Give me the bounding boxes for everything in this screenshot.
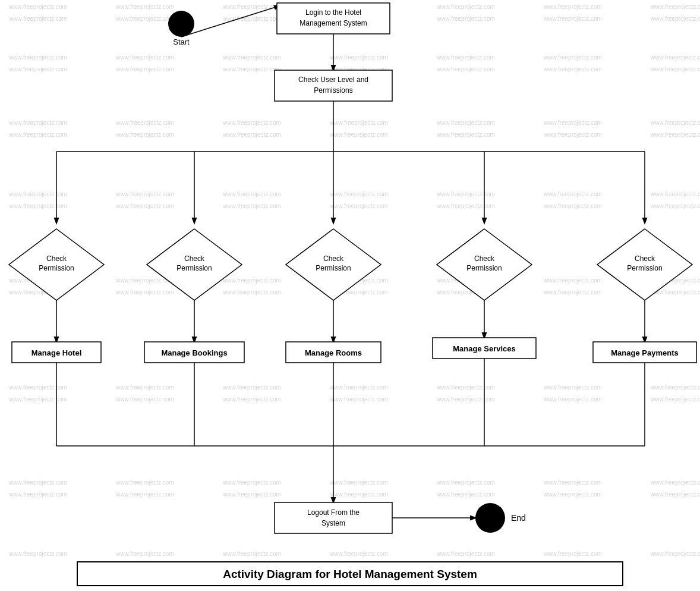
svg-text:www.freeprojectz.com: www.freeprojectz.com <box>436 203 495 209</box>
svg-text:www.freeprojectz.com: www.freeprojectz.com <box>115 15 174 22</box>
svg-text:www.freeprojectz.com: www.freeprojectz.com <box>8 4 67 10</box>
svg-text:www.freeprojectz.com: www.freeprojectz.com <box>329 479 388 486</box>
svg-text:www.freeprojectz.com: www.freeprojectz.com <box>8 479 67 486</box>
svg-text:www.freeprojectz.com: www.freeprojectz.com <box>650 203 700 209</box>
svg-text:www.freeprojectz.com: www.freeprojectz.com <box>115 66 174 73</box>
svg-text:www.freeprojectz.com: www.freeprojectz.com <box>115 54 174 61</box>
check-perm-1-text-1: Check <box>46 254 67 263</box>
check-perm-1-text-2: Permission <box>39 264 74 272</box>
svg-text:www.freeprojectz.com: www.freeprojectz.com <box>543 396 602 403</box>
svg-text:www.freeprojectz.com: www.freeprojectz.com <box>8 551 67 557</box>
svg-text:www.freeprojectz.com: www.freeprojectz.com <box>436 66 495 73</box>
svg-text:www.freeprojectz.com: www.freeprojectz.com <box>222 551 281 557</box>
login-box <box>277 3 390 34</box>
svg-text:www.freeprojectz.com: www.freeprojectz.com <box>222 396 281 403</box>
logout-text-1: Logout From the <box>307 508 360 517</box>
manage-hotel-text: Manage Hotel <box>31 348 82 357</box>
svg-text:www.freeprojectz.com: www.freeprojectz.com <box>329 191 388 197</box>
diagram-container: www.freeprojectz.com www.freeprojectz.co… <box>0 0 700 591</box>
logout-box <box>275 502 392 533</box>
svg-text:www.freeprojectz.com: www.freeprojectz.com <box>543 479 602 486</box>
svg-text:www.freeprojectz.com: www.freeprojectz.com <box>543 15 602 22</box>
login-text-1: Login to the Hotel <box>305 8 361 17</box>
svg-text:www.freeprojectz.com: www.freeprojectz.com <box>436 191 495 197</box>
svg-text:www.freeprojectz.com: www.freeprojectz.com <box>222 289 281 296</box>
svg-text:www.freeprojectz.com: www.freeprojectz.com <box>329 120 388 126</box>
svg-text:www.freeprojectz.com: www.freeprojectz.com <box>115 191 174 197</box>
check-perm-3-text-2: Permission <box>316 264 351 272</box>
svg-text:www.freeprojectz.com: www.freeprojectz.com <box>8 203 67 209</box>
svg-text:www.freeprojectz.com: www.freeprojectz.com <box>115 131 174 138</box>
svg-text:www.freeprojectz.com: www.freeprojectz.com <box>650 479 700 486</box>
check-perm-4-text-2: Permission <box>466 264 502 272</box>
svg-text:www.freeprojectz.com: www.freeprojectz.com <box>543 120 602 126</box>
svg-text:www.freeprojectz.com: www.freeprojectz.com <box>329 384 388 391</box>
check-user-text-2: Permissions <box>314 86 352 95</box>
svg-text:www.freeprojectz.com: www.freeprojectz.com <box>650 384 700 391</box>
svg-text:www.freeprojectz.com: www.freeprojectz.com <box>329 396 388 403</box>
svg-text:www.freeprojectz.com: www.freeprojectz.com <box>115 491 174 498</box>
svg-text:www.freeprojectz.com: www.freeprojectz.com <box>436 4 495 10</box>
svg-text:www.freeprojectz.com: www.freeprojectz.com <box>543 4 602 10</box>
svg-text:www.freeprojectz.com: www.freeprojectz.com <box>8 396 67 403</box>
svg-text:www.freeprojectz.com: www.freeprojectz.com <box>8 131 67 138</box>
activity-diagram: www.freeprojectz.com www.freeprojectz.co… <box>0 0 700 591</box>
svg-text:www.freeprojectz.com: www.freeprojectz.com <box>115 384 174 391</box>
svg-text:www.freeprojectz.com: www.freeprojectz.com <box>650 396 700 403</box>
check-user-text-1: Check User Level and <box>298 76 368 84</box>
svg-text:www.freeprojectz.com: www.freeprojectz.com <box>650 15 700 22</box>
svg-text:www.freeprojectz.com: www.freeprojectz.com <box>543 491 602 498</box>
manage-services-text: Manage Services <box>453 344 516 353</box>
svg-text:www.freeprojectz.com: www.freeprojectz.com <box>115 551 174 557</box>
svg-text:www.freeprojectz.com: www.freeprojectz.com <box>115 289 174 296</box>
end-node <box>475 503 505 533</box>
svg-text:www.freeprojectz.com: www.freeprojectz.com <box>436 479 495 486</box>
svg-text:www.freeprojectz.com: www.freeprojectz.com <box>8 191 67 197</box>
svg-text:www.freeprojectz.com: www.freeprojectz.com <box>543 203 602 209</box>
check-perm-4-text-1: Check <box>474 254 495 263</box>
svg-text:www.freeprojectz.com: www.freeprojectz.com <box>436 54 495 61</box>
svg-text:www.freeprojectz.com: www.freeprojectz.com <box>543 54 602 61</box>
svg-text:www.freeprojectz.com: www.freeprojectz.com <box>543 551 602 557</box>
svg-text:www.freeprojectz.com: www.freeprojectz.com <box>436 120 495 126</box>
manage-bookings-text: Manage Bookings <box>161 348 227 357</box>
logout-text-2: System <box>321 519 345 527</box>
manage-payments-text: Manage Payments <box>611 348 678 357</box>
check-perm-3-text-1: Check <box>323 254 344 263</box>
svg-text:www.freeprojectz.com: www.freeprojectz.com <box>115 479 174 486</box>
svg-text:www.freeprojectz.com: www.freeprojectz.com <box>650 191 700 197</box>
svg-text:www.freeprojectz.com: www.freeprojectz.com <box>543 66 602 73</box>
svg-text:www.freeprojectz.com: www.freeprojectz.com <box>115 120 174 126</box>
check-perm-2-text-2: Permission <box>176 264 212 272</box>
svg-text:www.freeprojectz.com: www.freeprojectz.com <box>329 131 388 138</box>
svg-text:www.freeprojectz.com: www.freeprojectz.com <box>543 384 602 391</box>
svg-text:www.freeprojectz.com: www.freeprojectz.com <box>543 277 602 284</box>
svg-text:www.freeprojectz.com: www.freeprojectz.com <box>115 396 174 403</box>
svg-text:www.freeprojectz.com: www.freeprojectz.com <box>329 551 388 557</box>
svg-text:www.freeprojectz.com: www.freeprojectz.com <box>650 54 700 61</box>
check-perm-5-text-2: Permission <box>627 264 662 272</box>
svg-text:www.freeprojectz.com: www.freeprojectz.com <box>222 479 281 486</box>
svg-text:www.freeprojectz.com: www.freeprojectz.com <box>115 203 174 209</box>
manage-rooms-text: Manage Rooms <box>305 348 362 357</box>
svg-text:www.freeprojectz.com: www.freeprojectz.com <box>436 15 495 22</box>
svg-text:www.freeprojectz.com: www.freeprojectz.com <box>222 54 281 61</box>
svg-text:www.freeprojectz.com: www.freeprojectz.com <box>222 4 281 10</box>
svg-text:www.freeprojectz.com: www.freeprojectz.com <box>222 203 281 209</box>
svg-text:www.freeprojectz.com: www.freeprojectz.com <box>543 191 602 197</box>
svg-text:www.freeprojectz.com: www.freeprojectz.com <box>329 203 388 209</box>
svg-text:www.freeprojectz.com: www.freeprojectz.com <box>222 384 281 391</box>
svg-text:www.freeprojectz.com: www.freeprojectz.com <box>222 66 281 73</box>
svg-text:www.freeprojectz.com: www.freeprojectz.com <box>650 120 700 126</box>
svg-text:www.freeprojectz.com: www.freeprojectz.com <box>329 491 388 498</box>
svg-text:www.freeprojectz.com: www.freeprojectz.com <box>650 491 700 498</box>
start-label: Start <box>173 37 190 46</box>
svg-text:www.freeprojectz.com: www.freeprojectz.com <box>8 384 67 391</box>
svg-text:www.freeprojectz.com: www.freeprojectz.com <box>650 551 700 557</box>
svg-text:www.freeprojectz.com: www.freeprojectz.com <box>8 66 67 73</box>
svg-text:www.freeprojectz.com: www.freeprojectz.com <box>222 120 281 126</box>
svg-text:www.freeprojectz.com: www.freeprojectz.com <box>436 384 495 391</box>
svg-text:www.freeprojectz.com: www.freeprojectz.com <box>436 551 495 557</box>
svg-text:www.freeprojectz.com: www.freeprojectz.com <box>543 131 602 138</box>
svg-text:www.freeprojectz.com: www.freeprojectz.com <box>8 491 67 498</box>
